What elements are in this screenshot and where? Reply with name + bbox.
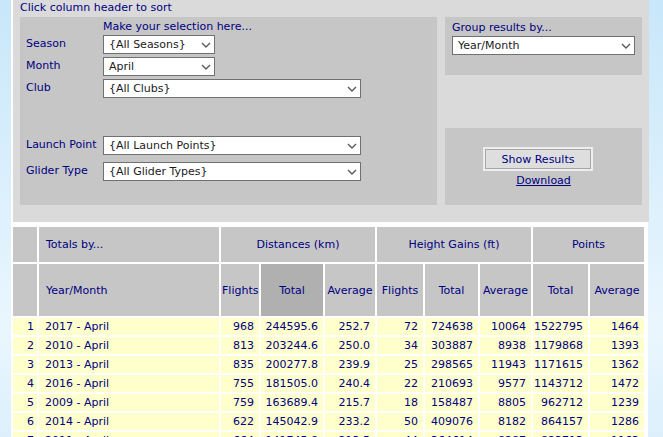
row-rank-cell: 6 (13, 413, 37, 430)
row-value-cell: 755 (221, 375, 259, 392)
row-value-cell: 50 (377, 413, 423, 430)
row-value-cell: 813 (221, 337, 259, 354)
column-header-distances-average[interactable]: Average (325, 264, 375, 316)
table-corner-cell (13, 227, 37, 262)
row-value-cell: 10064 (480, 318, 531, 335)
row-value-cell: 409076 (425, 413, 478, 430)
selection-panel-title: Make your selection here... (103, 20, 252, 33)
actions-panel: Show Results Download (445, 128, 642, 205)
column-header-points-average[interactable]: Average (590, 264, 644, 316)
month-select-value: April (104, 60, 198, 73)
row-value-cell: 145042.9 (261, 413, 323, 430)
row-value-cell: 823713 (533, 432, 588, 437)
background-right-strip (648, 0, 663, 437)
row-value-cell: 1286 (590, 413, 644, 430)
club-select[interactable]: {All Clubs} (103, 79, 361, 98)
launch-point-label: Launch Point (26, 138, 97, 151)
sort-hint-text: Click column header to sort (20, 1, 172, 14)
column-header-height-flights[interactable]: Flights (377, 264, 423, 316)
row-value-cell: 72 (377, 318, 423, 335)
row-value-cell: 240.4 (325, 375, 375, 392)
row-value-cell: 163689.4 (261, 394, 323, 411)
chevron-down-icon (618, 43, 634, 49)
season-label: Season (26, 37, 66, 50)
row-value-cell: 364614 (425, 432, 478, 437)
show-results-button[interactable]: Show Results (485, 149, 591, 169)
background-left-strip (0, 0, 11, 437)
column-header-points-total[interactable]: Total (533, 264, 588, 316)
row-value-cell: 1393 (590, 337, 644, 354)
download-link[interactable]: Download (445, 174, 642, 187)
table-group-header-row: Totals by... Distances (km) Height Gains… (13, 227, 644, 262)
group-results-by-select[interactable]: Year/Month (452, 36, 635, 55)
row-value-cell: 213.5 (325, 432, 375, 437)
row-value-cell: 252.7 (325, 318, 375, 335)
row-rank-cell: 7 (13, 432, 37, 437)
season-select-value: {All Seasons} (104, 38, 198, 51)
row-value-cell: 962712 (533, 394, 588, 411)
chevron-down-icon (344, 169, 360, 175)
selection-panel: Make your selection here... Season {All … (20, 17, 437, 205)
filter-section: Click column header to sort Make your se… (13, 0, 649, 222)
row-rank-cell: 2 (13, 337, 37, 354)
row-value-cell: 11943 (480, 356, 531, 373)
row-value-cell: 25 (377, 356, 423, 373)
row-value-cell: 864157 (533, 413, 588, 430)
column-header-height-total[interactable]: Total (425, 264, 478, 316)
table-row: 72011 - April664141745.8213.544364614828… (13, 432, 644, 437)
row-value-cell: 1163 (590, 432, 644, 437)
row-value-cell: 298565 (425, 356, 478, 373)
month-select[interactable]: April (103, 57, 215, 76)
column-header-year-month[interactable]: Year/Month (39, 264, 219, 316)
season-select[interactable]: {All Seasons} (103, 35, 215, 54)
group-header-distances[interactable]: Distances (km) (221, 227, 375, 262)
launch-point-select[interactable]: {All Launch Points} (103, 136, 361, 155)
table-column-header-row: Year/Month Flights Total Average Flights… (13, 264, 644, 316)
group-header-points[interactable]: Points (533, 227, 644, 262)
row-value-cell: 8182 (480, 413, 531, 430)
row-value-cell: 1362 (590, 356, 644, 373)
row-value-cell: 250.0 (325, 337, 375, 354)
table-row: 22010 - April813203244.6250.034303887893… (13, 337, 644, 354)
row-value-cell: 1472 (590, 375, 644, 392)
row-value-cell: 22 (377, 375, 423, 392)
row-value-cell: 724638 (425, 318, 478, 335)
group-header-height-gains[interactable]: Height Gains (ft) (377, 227, 531, 262)
row-year-month-cell: 2013 - April (39, 356, 219, 373)
row-value-cell: 1171615 (533, 356, 588, 373)
chevron-down-icon (198, 64, 214, 70)
row-value-cell: 44 (377, 432, 423, 437)
group-results-by-label: Group results by... (452, 21, 552, 34)
glider-type-label: Glider Type (26, 164, 88, 177)
row-value-cell: 233.2 (325, 413, 375, 430)
row-year-month-cell: 2009 - April (39, 394, 219, 411)
table-corner-cell (13, 264, 37, 316)
row-rank-cell: 1 (13, 318, 37, 335)
column-header-distances-flights[interactable]: Flights (221, 264, 259, 316)
row-value-cell: 622 (221, 413, 259, 430)
row-value-cell: 1239 (590, 394, 644, 411)
row-rank-cell: 3 (13, 356, 37, 373)
row-value-cell: 1143712 (533, 375, 588, 392)
row-value-cell: 835 (221, 356, 259, 373)
row-value-cell: 1522795 (533, 318, 588, 335)
column-header-distances-total[interactable]: Total (261, 264, 323, 316)
row-value-cell: 158487 (425, 394, 478, 411)
group-header-totals-by[interactable]: Totals by... (39, 227, 219, 262)
table-row: 12017 - April968244595.6252.772724638100… (13, 318, 644, 335)
row-value-cell: 1179868 (533, 337, 588, 354)
row-value-cell: 18 (377, 394, 423, 411)
row-value-cell: 8805 (480, 394, 531, 411)
table-row: 62014 - April622145042.9233.250409076818… (13, 413, 644, 430)
row-value-cell: 210693 (425, 375, 478, 392)
row-value-cell: 200277.8 (261, 356, 323, 373)
chevron-down-icon (344, 143, 360, 149)
row-value-cell: 968 (221, 318, 259, 335)
results-table: Totals by... Distances (km) Height Gains… (11, 225, 646, 437)
glider-type-select[interactable]: {All Glider Types} (103, 162, 361, 181)
row-value-cell: 215.7 (325, 394, 375, 411)
column-header-height-average[interactable]: Average (480, 264, 531, 316)
row-value-cell: 141745.8 (261, 432, 323, 437)
row-year-month-cell: 2017 - April (39, 318, 219, 335)
row-year-month-cell: 2016 - April (39, 375, 219, 392)
